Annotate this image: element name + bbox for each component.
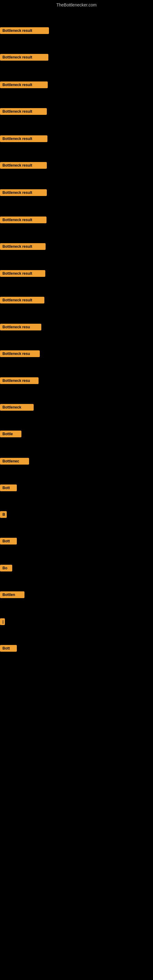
bottleneck-badge-row-4: Bottleneck result bbox=[0, 108, 47, 116]
bottleneck-badge-1[interactable]: Bottleneck result bbox=[0, 27, 49, 34]
bottleneck-badge-14[interactable]: Bottleneck resu bbox=[0, 377, 38, 384]
bottleneck-badge-4[interactable]: Bottleneck result bbox=[0, 108, 47, 115]
bottleneck-badge-row-20: Bott bbox=[0, 538, 17, 546]
bottleneck-badge-row-5: Bottleneck result bbox=[0, 135, 48, 143]
bottleneck-badge-row-2: Bottleneck result bbox=[0, 54, 48, 62]
bottleneck-badge-17[interactable]: Bottlenec bbox=[0, 458, 29, 465]
bottleneck-badge-row-3: Bottleneck result bbox=[0, 81, 48, 89]
bottleneck-badge-row-22: Bottlen bbox=[0, 591, 24, 599]
bottleneck-badge-12[interactable]: Bottleneck resu bbox=[0, 324, 41, 331]
bottleneck-badge-row-1: Bottleneck result bbox=[0, 27, 49, 35]
bottleneck-badge-2[interactable]: Bottleneck result bbox=[0, 54, 48, 60]
bottleneck-badge-row-24: Bott bbox=[0, 645, 17, 653]
bottleneck-badge-row-9: Bottleneck result bbox=[0, 243, 46, 251]
bottleneck-badge-7[interactable]: Bottleneck result bbox=[0, 189, 47, 196]
bottleneck-badge-22[interactable]: Bottlen bbox=[0, 591, 24, 598]
bottleneck-badge-5[interactable]: Bottleneck result bbox=[0, 135, 48, 142]
bottleneck-badge-10[interactable]: Bottleneck result bbox=[0, 270, 45, 277]
bottleneck-badge-13[interactable]: Bottleneck resu bbox=[0, 350, 40, 357]
bottleneck-badge-row-18: Bott bbox=[0, 485, 17, 492]
bottleneck-badge-row-6: Bottleneck result bbox=[0, 162, 47, 170]
bottleneck-badge-3[interactable]: Bottleneck result bbox=[0, 81, 48, 88]
bottleneck-badge-row-10: Bottleneck result bbox=[0, 270, 45, 278]
bottleneck-badge-21[interactable]: Bo bbox=[0, 565, 12, 571]
bottleneck-badge-19[interactable]: B bbox=[0, 511, 7, 518]
bottleneck-badge-18[interactable]: Bott bbox=[0, 485, 17, 491]
bottleneck-badge-row-16: Bottle bbox=[0, 431, 21, 439]
bottleneck-badge-11[interactable]: Bottleneck result bbox=[0, 297, 45, 304]
bottleneck-badge-row-13: Bottleneck resu bbox=[0, 350, 40, 358]
bottleneck-badge-row-19: B bbox=[0, 511, 7, 519]
bottleneck-badge-20[interactable]: Bott bbox=[0, 538, 17, 544]
bottleneck-badge-row-17: Bottlenec bbox=[0, 458, 29, 466]
bottleneck-badge-23[interactable]: | bbox=[0, 618, 5, 625]
bottleneck-badge-row-21: Bo bbox=[0, 565, 12, 573]
bottleneck-badge-row-23: | bbox=[0, 618, 5, 626]
bottleneck-badge-6[interactable]: Bottleneck result bbox=[0, 162, 47, 169]
bottleneck-badge-9[interactable]: Bottleneck result bbox=[0, 243, 46, 250]
bottleneck-badge-row-12: Bottleneck resu bbox=[0, 324, 41, 332]
bottleneck-badge-24[interactable]: Bott bbox=[0, 645, 17, 652]
bottleneck-badge-row-14: Bottleneck resu bbox=[0, 377, 38, 385]
site-title: TheBottlenecker.com bbox=[0, 0, 153, 10]
bottleneck-badge-row-7: Bottleneck result bbox=[0, 189, 47, 197]
bottleneck-badge-15[interactable]: Bottleneck bbox=[0, 404, 33, 411]
bottleneck-badge-row-15: Bottleneck bbox=[0, 404, 33, 412]
bottleneck-badge-row-11: Bottleneck result bbox=[0, 297, 45, 305]
bottleneck-badge-16[interactable]: Bottle bbox=[0, 431, 21, 438]
bottleneck-badge-8[interactable]: Bottleneck result bbox=[0, 216, 46, 223]
bottleneck-badge-row-8: Bottleneck result bbox=[0, 216, 46, 224]
